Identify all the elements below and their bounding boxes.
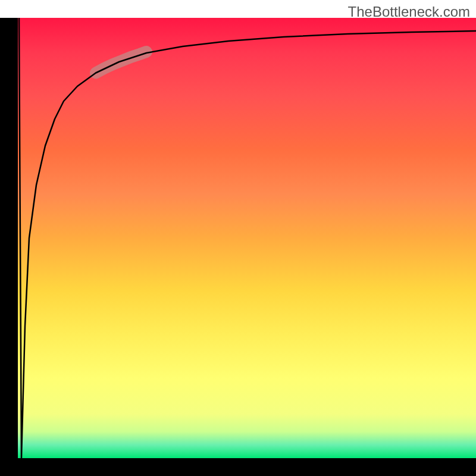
x-axis-bar xyxy=(0,458,476,476)
attribution-text: TheBottleneck.com xyxy=(348,4,470,20)
curve-svg xyxy=(18,18,476,458)
bottleneck-curve xyxy=(19,18,476,458)
y-axis-bar xyxy=(0,18,18,458)
chart-container: TheBottleneck.com xyxy=(0,0,476,476)
